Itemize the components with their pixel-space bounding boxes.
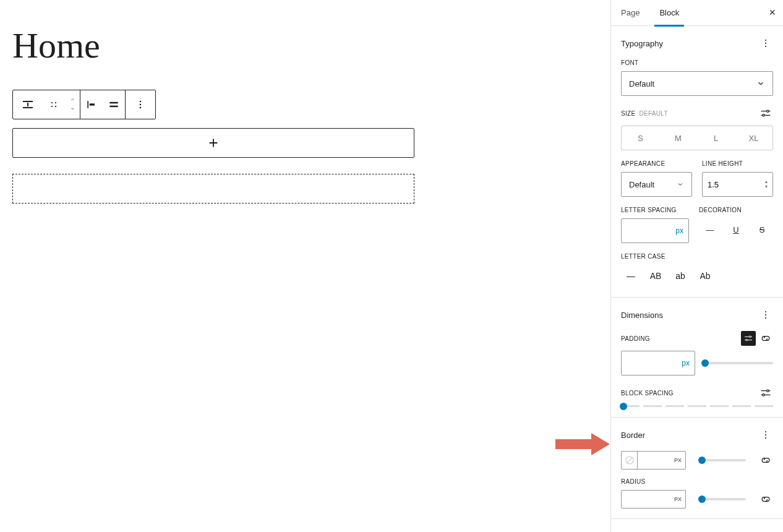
page-title[interactable]: Home xyxy=(12,25,598,66)
svg-point-12 xyxy=(765,43,766,44)
svg-point-1 xyxy=(55,102,56,103)
align-left-button[interactable] xyxy=(80,90,103,119)
radius-slider[interactable] xyxy=(698,498,746,500)
svg-rect-6 xyxy=(109,102,118,104)
tab-block[interactable]: Block xyxy=(649,0,689,26)
decoration-label: Decoration xyxy=(699,207,773,213)
border-width-slider[interactable] xyxy=(698,459,746,461)
lineheight-label: Line Height xyxy=(702,160,773,167)
more-vertical-icon xyxy=(759,309,772,321)
svg-rect-7 xyxy=(109,106,118,108)
padding-slider[interactable] xyxy=(701,362,773,364)
close-sidebar-button[interactable]: × xyxy=(769,6,776,19)
blockspacing-slider[interactable] xyxy=(621,405,773,407)
padding-label: Padding xyxy=(621,335,650,342)
size-picker: S M L XL xyxy=(621,126,773,150)
svg-point-19 xyxy=(749,336,751,338)
svg-point-23 xyxy=(765,431,766,432)
more-vertical-icon xyxy=(134,98,147,111)
case-none[interactable]: — xyxy=(621,265,641,287)
blockspacing-label: Block Spacing xyxy=(621,390,674,397)
settings-sidebar: Page Block × Typography Font Default Siz… xyxy=(610,0,783,532)
align-justify-button[interactable] xyxy=(103,90,125,119)
sliders-icon xyxy=(759,107,772,119)
dimensions-options-button[interactable] xyxy=(758,307,773,322)
size-s[interactable]: S xyxy=(622,126,659,150)
add-block-button[interactable] xyxy=(12,128,414,158)
svg-line-27 xyxy=(627,458,632,463)
size-m[interactable]: M xyxy=(659,126,697,150)
decoration-underline[interactable]: U xyxy=(725,218,747,241)
radius-link-button[interactable] xyxy=(758,492,773,507)
blockspacing-settings-button[interactable] xyxy=(758,385,773,400)
border-link-button[interactable] xyxy=(758,453,773,468)
radius-input[interactable]: PX xyxy=(621,490,686,508)
empty-block-placeholder[interactable] xyxy=(12,174,414,204)
block-toolbar: ⌃ ⌄ xyxy=(12,90,156,119)
no-color-icon xyxy=(624,455,635,466)
lettercase-label: Letter Case xyxy=(621,253,773,260)
size-xl[interactable]: XL xyxy=(735,126,772,150)
padding-custom-button[interactable] xyxy=(741,331,756,346)
appearance-select[interactable]: Default xyxy=(621,172,692,197)
size-hint: Default xyxy=(639,110,667,117)
border-color-button[interactable] xyxy=(622,452,638,469)
svg-point-13 xyxy=(765,46,766,47)
svg-point-11 xyxy=(765,40,766,41)
drag-icon xyxy=(48,99,59,110)
link-icon xyxy=(759,332,772,345)
border-title: Border xyxy=(621,431,645,440)
svg-point-2 xyxy=(51,106,53,107)
svg-point-20 xyxy=(746,339,748,341)
size-l[interactable]: L xyxy=(697,126,735,150)
tab-page[interactable]: Page xyxy=(611,0,649,26)
typography-title: Typography xyxy=(621,39,663,48)
dimensions-panel: Dimensions Padding xyxy=(611,298,783,418)
more-vertical-icon xyxy=(759,429,772,441)
link-icon xyxy=(759,493,772,505)
sidebar-tabs: Page Block × xyxy=(611,0,783,26)
sliders-icon xyxy=(743,333,753,343)
svg-rect-4 xyxy=(87,101,88,108)
svg-point-16 xyxy=(765,311,766,312)
border-options-button[interactable] xyxy=(758,427,773,442)
padding-input[interactable]: px xyxy=(621,351,695,375)
svg-point-3 xyxy=(55,106,56,107)
link-icon xyxy=(759,454,772,466)
more-vertical-icon xyxy=(759,37,772,49)
size-label: Size xyxy=(621,110,635,117)
svg-rect-5 xyxy=(90,103,95,105)
padding-link-button[interactable] xyxy=(758,331,773,346)
more-options-button[interactable] xyxy=(126,90,155,119)
block-type-button[interactable] xyxy=(13,90,43,119)
decoration-strikethrough[interactable]: S xyxy=(751,218,773,241)
svg-point-25 xyxy=(765,437,766,439)
size-settings-button[interactable] xyxy=(758,106,773,121)
case-capitalize[interactable]: Ab xyxy=(695,265,715,287)
annotation-arrow xyxy=(555,433,611,455)
plus-icon xyxy=(207,136,220,150)
drag-handle[interactable] xyxy=(43,90,65,119)
border-panel: Border PX xyxy=(611,418,783,519)
editor-canvas: Home ⌃ ⌄ xyxy=(0,0,610,532)
svg-point-24 xyxy=(765,434,766,435)
border-width-input[interactable]: PX xyxy=(621,451,686,470)
decoration-none[interactable]: — xyxy=(699,218,721,241)
lineheight-input[interactable]: ▴▾ xyxy=(702,172,773,197)
case-upper[interactable]: AB xyxy=(646,265,665,287)
move-down-button[interactable]: ⌄ xyxy=(70,105,75,111)
lineheight-stepper[interactable]: ▴▾ xyxy=(765,179,768,189)
svg-point-14 xyxy=(767,110,769,112)
letterspacing-label: Letter Spacing xyxy=(621,207,689,213)
case-lower[interactable]: ab xyxy=(670,265,690,287)
svg-point-22 xyxy=(763,394,764,396)
svg-point-15 xyxy=(763,114,764,116)
font-select[interactable]: Default xyxy=(621,71,773,96)
align-justify-icon xyxy=(108,98,120,111)
letterspacing-input[interactable]: px xyxy=(621,218,689,243)
dimensions-title: Dimensions xyxy=(621,311,663,320)
typography-options-button[interactable] xyxy=(758,36,773,51)
svg-point-0 xyxy=(51,102,53,103)
chevron-down-icon xyxy=(677,181,684,188)
svg-point-18 xyxy=(765,317,766,319)
